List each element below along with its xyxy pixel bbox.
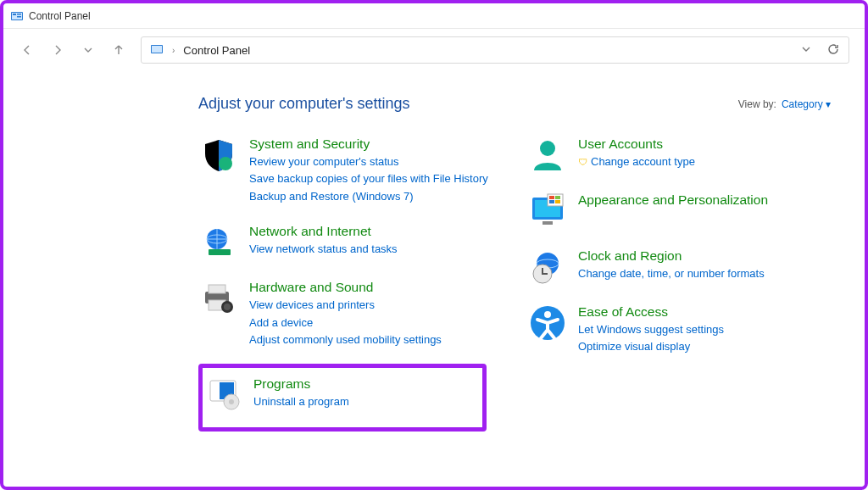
svg-rect-12: [209, 285, 225, 293]
category-network-internet: Network and Internet View network status…: [198, 220, 502, 264]
monitor-icon: [529, 192, 566, 230]
svg-rect-23: [542, 221, 553, 225]
category-title[interactable]: User Accounts: [578, 136, 695, 153]
viewby-label: View by:: [738, 98, 776, 110]
address-dropdown-icon[interactable]: [801, 44, 811, 57]
viewby-value[interactable]: Category ▾: [782, 98, 831, 110]
category-title[interactable]: Appearance and Personalization: [578, 192, 768, 209]
accessibility-icon: [529, 304, 566, 342]
category-link[interactable]: Adjust commonly used mobility settings: [249, 332, 442, 348]
category-title[interactable]: Ease of Access: [578, 304, 724, 320]
nav-row: › Control Panel: [3, 29, 865, 71]
address-text: Control Panel: [183, 44, 250, 57]
category-title[interactable]: Network and Internet: [249, 224, 398, 240]
column-left: System and Security Review your computer…: [198, 133, 502, 443]
recent-dropdown[interactable]: [80, 42, 97, 58]
svg-rect-2: [13, 14, 16, 15]
svg-rect-6: [152, 46, 162, 53]
svg-rect-25: [549, 196, 554, 199]
category-link[interactable]: Change account type: [578, 154, 695, 170]
category-title[interactable]: Clock and Region: [578, 248, 765, 264]
svg-point-33: [544, 311, 551, 318]
address-bar[interactable]: › Control Panel: [141, 36, 849, 64]
category-link[interactable]: Uninstall a program: [253, 394, 349, 410]
category-system-security: System and Security Review your computer…: [198, 133, 502, 209]
category-programs: Programs Uninstall a program: [198, 364, 487, 432]
chevron-right-icon: ›: [172, 46, 175, 55]
category-appearance: Appearance and Personalization: [527, 189, 831, 233]
svg-rect-26: [555, 196, 560, 199]
view-by: View by: Category ▾: [738, 98, 831, 110]
category-link[interactable]: Let Windows suggest settings: [578, 322, 724, 338]
forward-button[interactable]: [49, 42, 66, 58]
control-panel-icon: [150, 42, 164, 58]
up-button[interactable]: [110, 42, 127, 58]
svg-rect-4: [17, 16, 21, 18]
printer-icon: [200, 280, 237, 317]
category-link[interactable]: View devices and printers: [249, 298, 442, 314]
svg-point-15: [224, 303, 231, 310]
content-area: Adjust your computer's settings View by:…: [3, 71, 865, 443]
category-columns: System and Security Review your computer…: [198, 133, 831, 443]
category-ease-of-access: Ease of Access Let Windows suggest setti…: [527, 301, 831, 359]
svg-rect-27: [549, 200, 554, 203]
category-title[interactable]: Hardware and Sound: [249, 280, 442, 296]
page-title: Adjust your computer's settings: [198, 95, 410, 113]
titlebar: Control Panel: [3, 3, 865, 29]
category-hardware-sound: Hardware and Sound View devices and prin…: [198, 276, 502, 352]
category-link[interactable]: Backup and Restore (Windows 7): [249, 189, 488, 205]
svg-point-7: [219, 157, 232, 170]
header-row: Adjust your computer's settings View by:…: [198, 95, 831, 113]
category-title[interactable]: System and Security: [249, 136, 488, 153]
refresh-icon[interactable]: [826, 42, 840, 58]
svg-rect-28: [555, 200, 560, 203]
category-link[interactable]: Change date, time, or number formats: [578, 266, 765, 282]
category-title[interactable]: Programs: [253, 376, 349, 393]
user-icon: [529, 136, 566, 174]
shield-icon: [200, 136, 237, 174]
category-link[interactable]: Optimize visual display: [578, 339, 724, 355]
control-panel-icon: [10, 9, 24, 23]
category-link[interactable]: Add a device: [249, 315, 442, 331]
svg-point-20: [540, 141, 555, 156]
category-user-accounts: User Accounts Change account type: [527, 133, 831, 177]
category-link[interactable]: Review your computer's status: [249, 154, 488, 170]
svg-rect-10: [209, 249, 231, 255]
category-clock-region: Clock and Region Change date, time, or n…: [527, 245, 831, 289]
category-link[interactable]: View network status and tasks: [249, 242, 398, 258]
clock-icon: [529, 248, 566, 286]
network-icon: [200, 224, 237, 261]
category-link[interactable]: Save backup copies of your files with Fi…: [249, 171, 488, 187]
svg-point-19: [229, 399, 234, 404]
column-right: User Accounts Change account type Appear…: [527, 133, 831, 443]
window-title: Control Panel: [29, 10, 91, 22]
programs-icon: [208, 376, 242, 410]
svg-rect-3: [17, 14, 21, 15]
back-button[interactable]: [19, 42, 36, 58]
